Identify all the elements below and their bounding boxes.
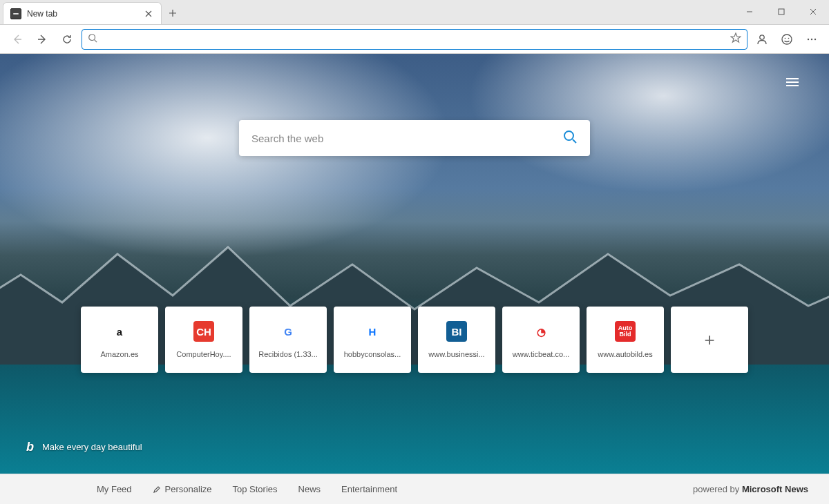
bing-logo-icon: b [26,440,34,454]
svg-point-7 [811,38,812,39]
nav-back-button [7,29,28,50]
tab-title: New tab [27,9,137,19]
hobbyconsolas-icon: H [362,321,383,342]
nav-forward-button[interactable] [32,29,53,50]
plus-icon [169,9,177,17]
newtab-page: aAmazon.esCHComputerHoy....GRecibidos (1… [0,54,829,474]
close-icon [145,10,152,17]
search-icon [88,33,97,46]
favorite-button[interactable] [730,32,741,46]
tile-label: hobbyconsolas... [341,350,404,358]
quick-link-tile[interactable]: CHComputerHoy.... [165,307,242,373]
hero-search-submit[interactable] [562,129,578,147]
maximize-icon [778,8,785,15]
tagline-text: Make every day beautiful [42,442,142,452]
titlebar: New tab [0,0,829,25]
close-icon [810,8,817,15]
google-icon: G [278,321,298,342]
tab-close-button[interactable] [143,8,154,19]
hamburger-icon [785,77,799,87]
new-tab-button[interactable] [162,2,184,24]
svg-point-8 [814,38,816,39]
footer-link[interactable]: Personalize [153,484,212,494]
feedback-button[interactable] [776,29,797,50]
search-icon [562,129,578,144]
tile-label: www.businessi... [426,350,487,358]
footer-link[interactable]: My Feed [97,484,132,494]
plus-icon: + [704,329,714,351]
arrow-right-icon [37,34,48,45]
amazon-icon: a [109,321,130,342]
smiley-icon [781,33,793,46]
footer-link[interactable]: Entertainment [341,484,397,494]
svg-point-6 [808,38,809,39]
refresh-icon [61,34,73,45]
svg-point-2 [760,35,764,39]
hero-search-input[interactable] [251,133,562,144]
window-minimize-button[interactable] [734,0,765,24]
page-settings-button[interactable] [781,70,804,94]
quick-links: aAmazon.esCHComputerHoy....GRecibidos (1… [81,307,748,373]
svg-point-4 [785,37,786,39]
bing-tagline: b Make every day beautiful [26,440,142,454]
footer-link[interactable]: Top Stories [233,484,278,494]
powered-brand: Microsoft News [742,484,808,494]
ellipsis-icon [806,33,818,46]
tile-label: Amazon.es [97,350,141,358]
settings-menu-button[interactable] [801,29,822,50]
quick-link-tile[interactable]: Auto Bildwww.autobild.es [587,307,664,373]
arrow-left-icon [12,34,23,45]
profile-button[interactable] [752,29,772,50]
minimize-icon [746,8,753,15]
svg-point-9 [564,131,573,140]
window-maximize-button[interactable] [765,0,797,24]
footer-nav: My FeedPersonalizeTop StoriesNewsEnterta… [97,484,397,494]
computerhoy-icon: CH [193,321,214,342]
address-input[interactable] [103,34,725,44]
svg-point-3 [782,35,792,44]
svg-rect-0 [779,9,784,14]
news-footer: My FeedPersonalizeTop StoriesNewsEnterta… [0,474,829,504]
svg-point-1 [89,34,95,40]
quick-link-tile[interactable]: GRecibidos (1.33... [249,307,327,373]
tile-label: www.autobild.es [595,350,656,358]
star-icon [730,32,741,43]
autobild-icon: Auto Bild [615,321,636,342]
quick-link-tile[interactable]: BIwww.businessi... [418,307,495,373]
tab-strip: New tab [0,0,184,24]
quick-link-tile[interactable]: ◔www.ticbeat.co... [502,307,580,373]
browser-tab[interactable]: New tab [3,2,162,24]
tab-favicon [10,8,21,19]
footer-brand: powered by Microsoft News [693,484,808,494]
tile-label: Recibidos (1.33... [256,350,321,358]
tile-label: ComputerHoy.... [173,350,234,358]
person-icon [756,33,768,46]
businessinsider-icon: BI [446,321,467,342]
window-close-button[interactable] [797,0,829,24]
add-tile-button[interactable]: + [671,307,748,373]
powered-prefix: powered by [693,484,742,494]
svg-point-5 [788,37,790,39]
footer-link[interactable]: News [298,484,321,494]
ticbeat-icon: ◔ [531,321,551,342]
nav-refresh-button[interactable] [57,29,77,50]
tile-label: www.ticbeat.co... [510,350,573,358]
quick-link-tile[interactable]: Hhobbyconsolas... [334,307,411,373]
pencil-icon [153,485,161,494]
window-controls [734,0,829,24]
address-bar[interactable] [82,29,747,50]
quick-link-tile[interactable]: aAmazon.es [81,307,158,373]
toolbar [0,25,829,54]
hero-search[interactable] [239,120,590,156]
